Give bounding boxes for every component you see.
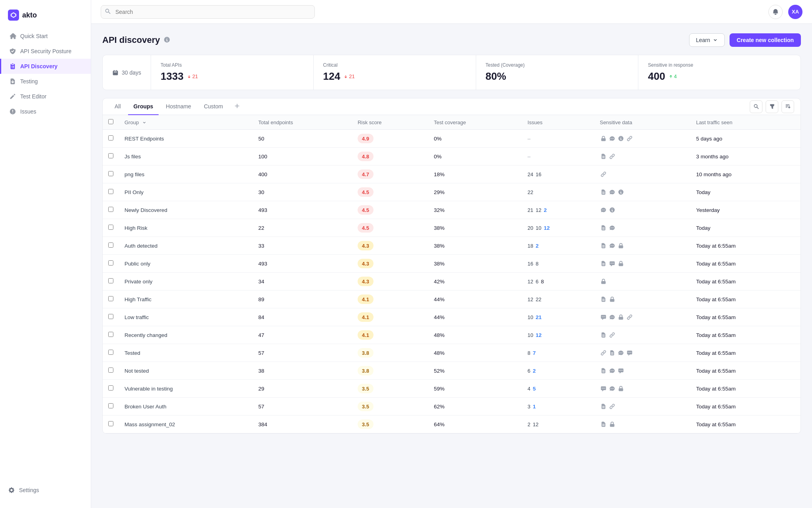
tab-hostname[interactable]: Hostname	[160, 98, 197, 115]
search-filter-button[interactable]	[750, 100, 762, 113]
sensitive-icon-chat2	[600, 385, 607, 392]
group-name[interactable]: png files	[124, 171, 144, 177]
row-checkbox[interactable]	[108, 135, 113, 140]
group-name[interactable]: Mass assignment_02	[124, 421, 175, 427]
last-traffic-seen: 5 days ago	[691, 130, 801, 148]
issue-number: 16	[528, 261, 533, 267]
nav-label-api-discovery: API Discovery	[20, 63, 57, 69]
group-name[interactable]: High Risk	[124, 225, 147, 231]
row-checkbox[interactable]	[108, 225, 113, 230]
issue-number: 1	[533, 404, 536, 410]
issues-cell: 2416	[522, 165, 594, 183]
table-row: Recently changed474.148%1012Today at 6:5…	[103, 326, 801, 344]
endpoints-count: 384	[253, 416, 352, 433]
page-info-icon[interactable]	[163, 36, 170, 44]
group-name[interactable]: Low traffic	[124, 314, 149, 320]
sidebar-item-issues[interactable]: Issues	[0, 104, 91, 119]
sidebar-item-api-discovery[interactable]: API Discovery	[0, 59, 91, 74]
group-name[interactable]: Newly Discovered	[124, 207, 167, 213]
sidebar-item-api-security-posture[interactable]: API Security Posture	[0, 44, 91, 59]
group-name[interactable]: Not tested	[124, 368, 149, 374]
endpoints-count: 38	[253, 362, 352, 380]
stat-critical-delta: 21	[343, 73, 354, 79]
sensitive-data	[594, 165, 691, 183]
row-checkbox[interactable]	[108, 403, 113, 408]
add-tab-button[interactable]	[230, 99, 244, 114]
select-all-checkbox[interactable]	[108, 119, 113, 124]
row-checkbox[interactable]	[108, 314, 113, 319]
table-body: REST Endpoints504.90%–5 days agoJs files…	[103, 130, 801, 433]
issue-number: 10	[528, 314, 533, 320]
test-coverage: 64%	[428, 416, 522, 433]
issue-number: 2	[528, 421, 530, 427]
endpoints-count: 89	[253, 291, 352, 308]
group-name[interactable]: Public only	[124, 261, 150, 267]
row-checkbox[interactable]	[108, 153, 113, 158]
risk-score: 4.3	[352, 237, 428, 255]
sidebar-item-test-editor[interactable]: Test Editor	[0, 89, 91, 104]
tab-custom[interactable]: Custom	[198, 98, 228, 115]
sidebar-item-testing[interactable]: Testing	[0, 74, 91, 89]
issue-number: 12	[544, 225, 550, 231]
tab-all[interactable]: All	[109, 98, 126, 115]
issue-number: 7	[533, 350, 536, 356]
table-row: Low traffic844.144%1021Today at 6:55am	[103, 308, 801, 326]
notifications-button[interactable]	[768, 5, 783, 19]
test-coverage: 0%	[428, 148, 522, 165]
group-name[interactable]: Js files	[124, 154, 141, 160]
group-name[interactable]: Vulnerable in testing	[124, 386, 173, 392]
sensitive-icon-link	[609, 331, 616, 339]
search-input[interactable]	[101, 5, 315, 19]
issues-values: 21122	[528, 207, 589, 213]
risk-score: 3.5	[352, 380, 428, 398]
tab-groups[interactable]: Groups	[128, 98, 159, 115]
sort-button[interactable]	[781, 100, 794, 113]
group-name[interactable]: High Traffic	[124, 296, 151, 302]
issue-number: 12	[536, 207, 541, 213]
issue-number: 3	[528, 404, 530, 410]
stat-tested: Tested (Coverage) 80%	[476, 55, 639, 90]
sensitive-icon-chat	[617, 349, 624, 356]
group-name[interactable]: Auth detected	[124, 243, 157, 249]
issues-cell: 1012	[522, 326, 594, 344]
group-name[interactable]: Recently changed	[124, 332, 167, 338]
row-checkbox[interactable]	[108, 385, 113, 391]
last-traffic-seen: Today at 6:55am	[691, 416, 801, 433]
sensitive-icon-chat2	[600, 314, 607, 321]
filter-button[interactable]	[766, 100, 778, 113]
group-name[interactable]: REST Endpoints	[124, 136, 164, 142]
sensitive-icon-lock	[617, 260, 624, 267]
risk-score: 4.3	[352, 273, 428, 291]
group-name[interactable]: PII Only	[124, 189, 144, 195]
row-checkbox[interactable]	[108, 296, 113, 301]
test-coverage: 38%	[428, 237, 522, 255]
group-name[interactable]: Private only	[124, 279, 153, 285]
sidebar-item-quick-start[interactable]: Quick Start	[0, 29, 91, 44]
sensitive-icon-chat	[609, 224, 616, 231]
row-checkbox[interactable]	[108, 171, 113, 176]
row-checkbox[interactable]	[108, 207, 113, 212]
stat-sensitive-delta: 4	[668, 73, 677, 79]
row-checkbox[interactable]	[108, 278, 113, 283]
group-name[interactable]: Tested	[124, 350, 140, 356]
endpoints-count: 400	[253, 165, 352, 183]
sidebar-item-settings[interactable]: Settings	[8, 483, 83, 498]
content: API discovery Learn Create new collectio…	[91, 24, 812, 508]
row-checkbox[interactable]	[108, 260, 113, 266]
group-name[interactable]: Broken User Auth	[124, 404, 167, 410]
risk-score: 4.3	[352, 255, 428, 273]
user-avatar[interactable]: XA	[788, 5, 802, 19]
row-checkbox[interactable]	[108, 421, 113, 426]
issue-number: 8	[528, 350, 530, 356]
issues-cell: 182	[522, 237, 594, 255]
test-coverage: 0%	[428, 130, 522, 148]
row-checkbox[interactable]	[108, 189, 113, 194]
learn-button[interactable]: Learn	[689, 33, 725, 47]
row-checkbox[interactable]	[108, 332, 113, 337]
row-checkbox[interactable]	[108, 368, 113, 373]
row-checkbox[interactable]	[108, 350, 113, 355]
issue-number: 21	[536, 314, 542, 320]
sensitive-icon-link	[626, 314, 633, 321]
row-checkbox[interactable]	[108, 242, 113, 248]
create-collection-button[interactable]: Create new collection	[730, 33, 801, 47]
